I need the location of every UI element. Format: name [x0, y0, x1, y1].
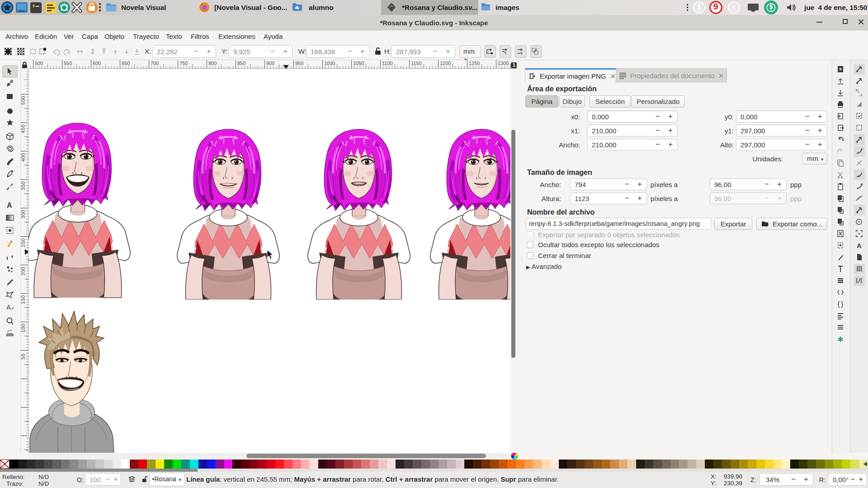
svg-text:A: A	[7, 202, 12, 209]
svg-text:$: $	[33, 4, 35, 8]
svg-text:A: A	[6, 303, 11, 311]
svg-text:A: A	[857, 242, 862, 249]
